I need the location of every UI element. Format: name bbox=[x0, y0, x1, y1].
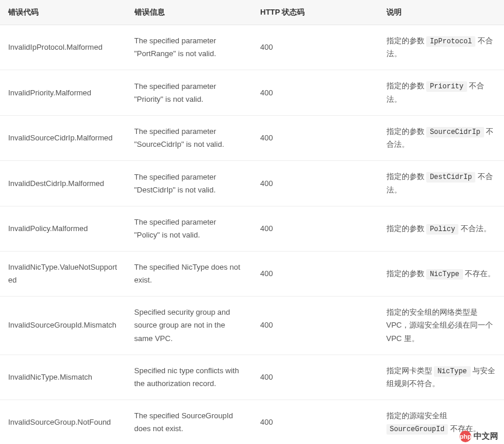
cell-http-status: 400 bbox=[252, 115, 378, 160]
desc-code: Policy bbox=[426, 224, 458, 235]
header-desc: 说明 bbox=[378, 0, 505, 25]
cell-error-message: The specified parameter "Priority" is no… bbox=[126, 70, 253, 115]
desc-code: NicType bbox=[434, 366, 470, 377]
table-header-row: 错误代码 错误信息 HTTP 状态码 说明 bbox=[0, 0, 504, 25]
cell-description: 指定的参数 DestCidrIp 不合法。 bbox=[378, 161, 505, 206]
cell-error-code: InvalidNicType.Mismatch bbox=[0, 354, 126, 400]
cell-error-message: The specified parameter "DestCidrIp" is … bbox=[126, 161, 253, 206]
cell-description: 指定的参数 SourceCidrIp 不合法。 bbox=[378, 115, 505, 160]
table-row: InvalidIpProtocol.MalformedThe specified… bbox=[0, 25, 504, 70]
table-row: InvalidDestCidrIp.MalformedThe specified… bbox=[0, 161, 504, 206]
header-code: 错误代码 bbox=[0, 0, 126, 25]
desc-code: NicType bbox=[426, 269, 462, 280]
desc-text: 指定的参数 bbox=[386, 81, 427, 90]
table-row: InvalidPolicy.MalformedThe specified par… bbox=[0, 206, 504, 251]
desc-code: Priority bbox=[426, 81, 467, 92]
cell-error-message: The specified parameter "SourceCidrIp" i… bbox=[126, 115, 253, 160]
cell-error-code: InvalidPriority.Malformed bbox=[0, 70, 126, 115]
cell-error-code: InvalidPolicy.Malformed bbox=[0, 206, 126, 251]
desc-text: 不存在。 bbox=[463, 269, 496, 278]
cell-error-message: The specified SourceGroupId does not exi… bbox=[126, 400, 253, 444]
cell-error-message: The specified parameter "PortRange" is n… bbox=[126, 25, 253, 70]
cell-http-status: 400 bbox=[252, 161, 378, 206]
desc-code: DestCidrIp bbox=[426, 172, 475, 183]
cell-error-code: InvalidIpProtocol.Malformed bbox=[0, 25, 126, 70]
desc-text: 不合法。 bbox=[458, 224, 491, 233]
cell-error-code: InvalidSourceGroupId.Mismatch bbox=[0, 297, 126, 354]
desc-text: 指定的参数 bbox=[386, 224, 427, 233]
desc-text: 指定的安全组的网络类型是 VPC，源端安全组必须在同一个 VPC 里。 bbox=[386, 308, 493, 342]
cell-http-status: 400 bbox=[252, 206, 378, 251]
cell-http-status: 400 bbox=[252, 297, 378, 354]
table-row: InvalidPriority.MalformedThe specified p… bbox=[0, 70, 504, 115]
site-logo-text: 中文网 bbox=[474, 431, 498, 442]
table-row: InvalidSourceGroup.NotFoundThe specified… bbox=[0, 400, 504, 444]
cell-error-code: InvalidSourceCidrIp.Malformed bbox=[0, 115, 126, 160]
header-http: HTTP 状态码 bbox=[252, 0, 378, 25]
cell-description: 指定的参数 IpProtocol 不合法。 bbox=[378, 25, 505, 70]
cell-description: 指定的参数 Policy 不合法。 bbox=[378, 206, 505, 251]
cell-error-message: Specified security group and source grou… bbox=[126, 297, 253, 354]
table-row: InvalidSourceCidrIp.MalformedThe specifi… bbox=[0, 115, 504, 160]
desc-text: 指定的参数 bbox=[386, 172, 427, 181]
cell-error-message: Specified nic type conflicts with the au… bbox=[126, 354, 253, 400]
cell-error-message: The specified NicType does not exist. bbox=[126, 252, 253, 297]
cell-description: 指定的参数 Priority 不合法。 bbox=[378, 70, 505, 115]
cell-error-message: The specified parameter "Policy" is not … bbox=[126, 206, 253, 251]
cell-description: 指定的安全组的网络类型是 VPC，源端安全组必须在同一个 VPC 里。 bbox=[378, 297, 505, 354]
desc-text: 指定网卡类型 bbox=[386, 366, 434, 375]
cell-error-code: InvalidSourceGroup.NotFound bbox=[0, 400, 126, 444]
cell-http-status: 400 bbox=[252, 70, 378, 115]
cell-http-status: 400 bbox=[252, 25, 378, 70]
site-logo: php 中文网 bbox=[460, 431, 498, 442]
cell-http-status: 400 bbox=[252, 252, 378, 297]
desc-code: SourceCidrIp bbox=[426, 127, 484, 137]
desc-text: 指定的源端安全组 bbox=[386, 411, 447, 420]
desc-text: 指定的参数 bbox=[386, 269, 427, 278]
cell-error-code: InvalidDestCidrIp.Malformed bbox=[0, 161, 126, 206]
cell-description: 指定网卡类型 NicType 与安全组规则不符合。 bbox=[378, 354, 505, 400]
cell-http-status: 400 bbox=[252, 400, 378, 444]
desc-code: IpProtocol bbox=[426, 36, 475, 47]
desc-code: SourceGroupId bbox=[386, 424, 448, 435]
cell-error-code: InvalidNicType.ValueNotSupported bbox=[0, 252, 126, 297]
error-codes-table: 错误代码 错误信息 HTTP 状态码 说明 InvalidIpProtocol.… bbox=[0, 0, 504, 444]
cell-description: 指定的参数 NicType 不存在。 bbox=[378, 252, 505, 297]
desc-text: 指定的参数 bbox=[386, 127, 427, 136]
table-row: InvalidNicType.ValueNotSupportedThe spec… bbox=[0, 252, 504, 297]
table-row: InvalidNicType.MismatchSpecified nic typ… bbox=[0, 354, 504, 400]
header-message: 错误信息 bbox=[126, 0, 253, 25]
table-row: InvalidSourceGroupId.MismatchSpecified s… bbox=[0, 297, 504, 354]
desc-text: 指定的参数 bbox=[386, 36, 427, 45]
cell-http-status: 400 bbox=[252, 354, 378, 400]
php-logo-icon: php bbox=[460, 431, 471, 442]
